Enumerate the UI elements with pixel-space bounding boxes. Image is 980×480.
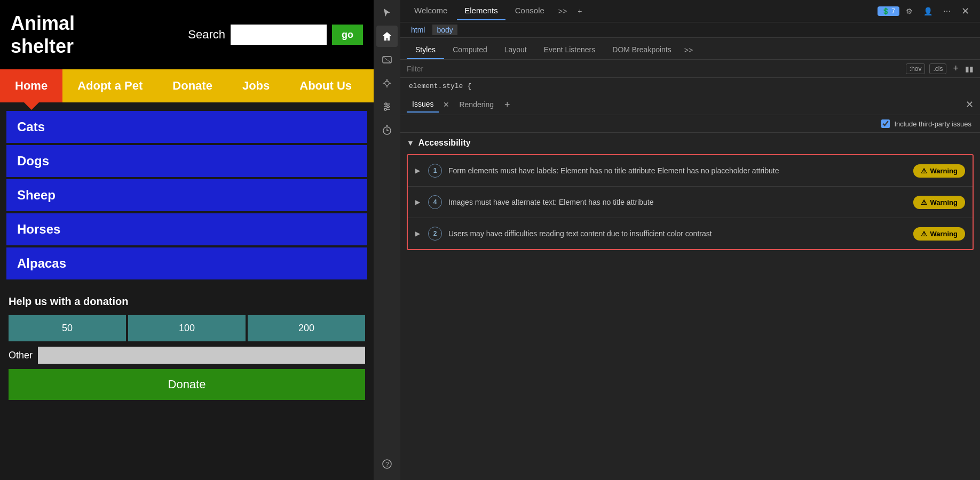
more-options-icon[interactable]: ⋯: [939, 5, 955, 18]
filter-bar: :hov .cls + ▮▮: [400, 60, 980, 78]
animal-item-dogs[interactable]: Dogs: [6, 145, 367, 177]
add-tab-icon[interactable]: +: [573, 5, 586, 18]
profile-icon[interactable]: 👤: [919, 5, 937, 18]
issues-tab-close[interactable]: ✕: [441, 100, 452, 109]
third-party-label: Include third-party issues: [894, 120, 971, 128]
timer-icon[interactable]: [376, 119, 398, 141]
issue-2-badge: 4: [428, 195, 442, 209]
issue-2-warning: Warning: [913, 196, 965, 209]
donation-other-label: Other: [9, 350, 33, 361]
devtools-panel: Welcome Elements Console >> + 💲 7 ⚙ 👤 ⋯ …: [400, 0, 980, 480]
bug-icon[interactable]: [376, 73, 398, 94]
accessibility-title: Accessibility: [418, 138, 471, 148]
tab-layout[interactable]: Layout: [496, 41, 535, 59]
donation-amounts: 50 100 200: [9, 315, 365, 341]
devtools-tab-welcome[interactable]: Welcome: [407, 2, 455, 20]
html-tag[interactable]: html: [407, 25, 429, 35]
accessibility-header: ▼ Accessibility: [407, 138, 974, 148]
element-style: element.style {: [400, 78, 980, 94]
search-label: Search: [188, 28, 225, 42]
cls-button[interactable]: .cls: [929, 63, 946, 74]
nav-item-home[interactable]: Home: [0, 69, 62, 102]
svg-point-11: [387, 106, 389, 108]
donation-200-button[interactable]: 200: [248, 315, 365, 341]
donation-title: Help us with a donation: [9, 295, 365, 308]
nav-item-about[interactable]: About Us: [284, 69, 367, 102]
accessibility-section: ▼ Accessibility ▶ 1 Form elements must h…: [400, 133, 980, 480]
donate-button[interactable]: Donate: [9, 369, 365, 400]
devtools-close-button[interactable]: ✕: [957, 3, 974, 19]
site-title: Animal shelter: [11, 12, 75, 58]
search-go-button[interactable]: go: [332, 25, 363, 45]
site-nav: Home Adopt a Pet Donate Jobs About Us: [0, 69, 374, 102]
html-body-row: html body: [400, 22, 980, 38]
issue-row-3: ▶ 2 Users may have difficulties reading …: [408, 218, 973, 249]
issue-1-text: Form elements must have labels: Element …: [448, 165, 907, 177]
devtools-sidebar: ?: [374, 0, 400, 480]
settings-icon[interactable]: ⚙: [902, 5, 917, 18]
issue-3-text: Users may have difficulties reading text…: [448, 228, 907, 239]
issue-3-expand[interactable]: ▶: [415, 230, 422, 237]
issues-tabs-row: Issues ✕ Rendering + ✕: [400, 94, 980, 115]
styles-tabs-row: Styles Computed Layout Event Listeners D…: [400, 38, 980, 60]
panel-icon[interactable]: ▮▮: [965, 65, 974, 73]
donation-100-button[interactable]: 100: [128, 315, 246, 341]
third-party-row: Include third-party issues: [400, 115, 980, 133]
more-tabs-icon[interactable]: >>: [554, 5, 571, 18]
nav-item-jobs[interactable]: Jobs: [227, 69, 284, 102]
donation-50-button[interactable]: 50: [9, 315, 126, 341]
devtools-topbar: Welcome Elements Console >> + 💲 7 ⚙ 👤 ⋯ …: [400, 0, 980, 22]
animal-item-alpacas[interactable]: Alpacas: [6, 247, 367, 279]
donation-other-row: Other: [9, 347, 365, 364]
issue-3-badge: 2: [428, 227, 442, 241]
accessibility-toggle[interactable]: ▼: [407, 139, 414, 147]
body-tag[interactable]: body: [432, 25, 457, 35]
issue-2-text: Images must have alternate text: Element…: [448, 197, 907, 208]
svg-point-12: [384, 108, 386, 110]
svg-point-10: [385, 103, 387, 105]
issues-tab-rendering[interactable]: Rendering: [454, 97, 499, 112]
filter-input[interactable]: [407, 65, 902, 73]
issue-row-1: ▶ 1 Form elements must have labels: Elem…: [408, 155, 973, 187]
tab-event-listeners[interactable]: Event Listeners: [535, 41, 604, 59]
svg-line-1: [383, 57, 391, 63]
issue-1-expand[interactable]: ▶: [415, 167, 422, 174]
issues-tab-issues[interactable]: Issues: [407, 97, 439, 113]
help-icon[interactable]: ?: [376, 453, 398, 475]
issues-badge[interactable]: 💲 7: [878, 6, 899, 16]
home-icon[interactable]: [376, 26, 398, 47]
filter-plus-button[interactable]: +: [951, 63, 961, 74]
screenshot-icon[interactable]: [376, 49, 398, 70]
cursor-icon[interactable]: [376, 2, 398, 23]
issue-1-warning: Warning: [913, 164, 965, 178]
donation-section: Help us with a donation 50 100 200 Other…: [0, 286, 374, 410]
devtools-tab-console[interactable]: Console: [508, 2, 552, 20]
sliders-icon[interactable]: [376, 96, 398, 117]
third-party-checkbox[interactable]: [881, 119, 890, 128]
tab-dom-breakpoints[interactable]: DOM Breakpoints: [604, 41, 679, 59]
styles-tabs-overflow[interactable]: >>: [680, 42, 697, 59]
website-panel: Animal shelter Search go Home Adopt a Pe…: [0, 0, 374, 480]
animal-item-horses[interactable]: Horses: [6, 213, 367, 245]
nav-item-donate[interactable]: Donate: [157, 69, 227, 102]
hov-button[interactable]: :hov: [906, 63, 926, 74]
issue-2-expand[interactable]: ▶: [415, 198, 422, 206]
svg-point-2: [385, 81, 389, 85]
tab-computed[interactable]: Computed: [444, 41, 496, 59]
issues-panel-close[interactable]: ✕: [966, 99, 974, 110]
issue-1-badge: 1: [428, 164, 442, 178]
animal-list: Cats Dogs Sheep Horses Alpacas: [0, 102, 374, 286]
search-input[interactable]: [231, 25, 327, 45]
issues-tab-add[interactable]: +: [501, 99, 513, 110]
issues-container: ▶ 1 Form elements must have labels: Elem…: [407, 154, 974, 250]
devtools-tab-elements[interactable]: Elements: [457, 2, 505, 20]
animal-item-sheep[interactable]: Sheep: [6, 179, 367, 211]
site-header: Animal shelter Search go: [0, 0, 374, 69]
tab-styles[interactable]: Styles: [407, 41, 444, 59]
nav-item-adopt[interactable]: Adopt a Pet: [62, 69, 157, 102]
search-area: Search go: [188, 25, 363, 45]
svg-text:?: ?: [385, 461, 389, 468]
issue-row-2: ▶ 4 Images must have alternate text: Ele…: [408, 187, 973, 218]
donation-other-input[interactable]: [38, 347, 365, 364]
animal-item-cats[interactable]: Cats: [6, 111, 367, 143]
